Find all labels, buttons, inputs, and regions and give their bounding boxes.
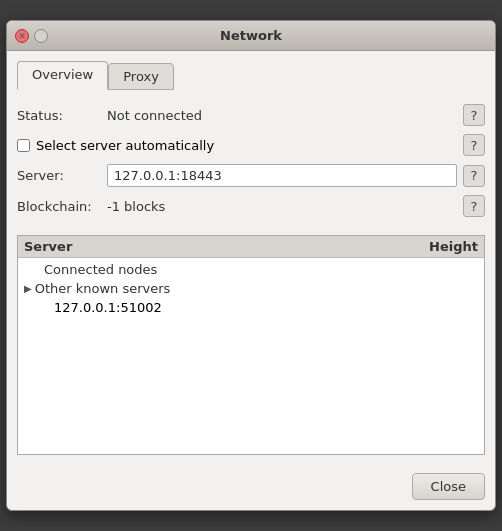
server-tree: Server Height Connected nodes ▶ Other kn… bbox=[17, 235, 485, 455]
tab-overview[interactable]: Overview bbox=[17, 61, 108, 90]
auto-server-help-button[interactable]: ? bbox=[463, 134, 485, 156]
content-area: Overview Proxy Status: Not connected ? S… bbox=[7, 51, 495, 465]
auto-server-row: Select server automatically ? bbox=[17, 134, 485, 156]
server-label: Server: bbox=[17, 168, 107, 183]
titlebar-controls: ✕ bbox=[15, 29, 48, 43]
footer: Close bbox=[7, 465, 495, 510]
list-item[interactable]: 127.0.0.1:51002 bbox=[18, 298, 484, 317]
col-height: Height bbox=[398, 239, 478, 254]
status-row: Status: Not connected ? bbox=[17, 104, 485, 126]
tab-bar: Overview Proxy bbox=[17, 61, 485, 90]
minimize-button[interactable] bbox=[34, 29, 48, 43]
auto-server-label: Select server automatically bbox=[36, 138, 214, 153]
blockchain-help-button[interactable]: ? bbox=[463, 195, 485, 217]
connected-nodes-label: Connected nodes bbox=[44, 262, 157, 277]
list-item[interactable]: Connected nodes bbox=[18, 260, 484, 279]
status-label: Status: bbox=[17, 108, 107, 123]
tab-proxy[interactable]: Proxy bbox=[108, 63, 174, 90]
blockchain-label: Blockchain: bbox=[17, 199, 107, 214]
server-input[interactable] bbox=[107, 164, 457, 187]
auto-server-checkbox[interactable] bbox=[17, 139, 30, 152]
server-row: Server: ? bbox=[17, 164, 485, 187]
close-button[interactable]: Close bbox=[412, 473, 485, 500]
blockchain-value: -1 blocks bbox=[107, 199, 457, 214]
blockchain-row: Blockchain: -1 blocks ? bbox=[17, 195, 485, 217]
tree-header: Server Height bbox=[18, 236, 484, 258]
other-servers-label: Other known servers bbox=[35, 281, 171, 296]
close-window-button[interactable]: ✕ bbox=[15, 29, 29, 43]
overview-form: Status: Not connected ? Select server au… bbox=[17, 100, 485, 229]
server-help-button[interactable]: ? bbox=[463, 165, 485, 187]
expand-icon: ▶ bbox=[24, 283, 32, 294]
titlebar: ✕ Network bbox=[7, 21, 495, 51]
status-help-button[interactable]: ? bbox=[463, 104, 485, 126]
tree-body: Connected nodes ▶ Other known servers 12… bbox=[18, 258, 484, 319]
status-value: Not connected bbox=[107, 108, 457, 123]
list-item[interactable]: ▶ Other known servers bbox=[18, 279, 484, 298]
network-window: ✕ Network Overview Proxy Status: Not con… bbox=[6, 20, 496, 511]
col-server: Server bbox=[24, 239, 398, 254]
server-ip-label: 127.0.0.1:51002 bbox=[54, 300, 162, 315]
window-title: Network bbox=[220, 28, 282, 43]
